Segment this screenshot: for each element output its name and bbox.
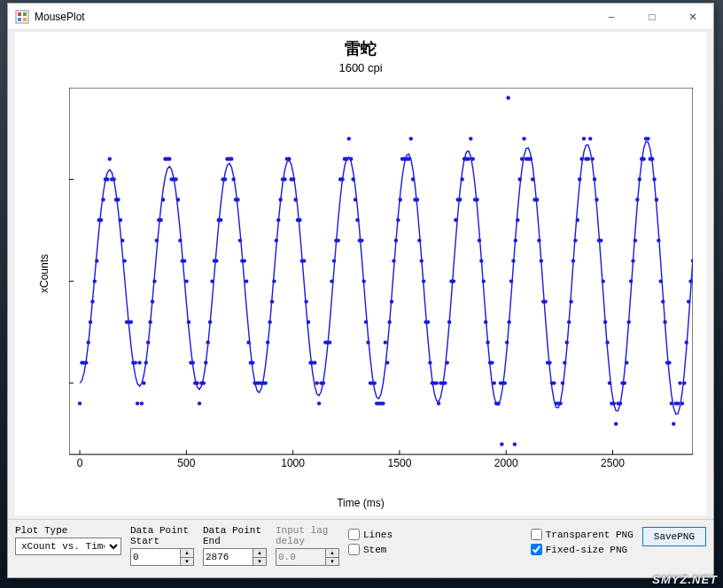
svg-point-118 — [278, 197, 282, 201]
svg-point-268 — [599, 238, 602, 242]
svg-point-135 — [315, 381, 318, 384]
svg-point-174 — [399, 197, 402, 201]
svg-point-277 — [618, 401, 622, 405]
svg-point-156 — [360, 238, 363, 242]
svg-point-312 — [500, 442, 503, 445]
svg-point-149 — [345, 157, 348, 160]
plot-type-label: Plot Type — [15, 525, 121, 536]
svg-point-260 — [582, 136, 586, 140]
close-button[interactable]: ✕ — [672, 4, 713, 30]
svg-point-239 — [537, 238, 540, 242]
svg-point-292 — [650, 157, 654, 160]
svg-point-99 — [238, 238, 242, 242]
svg-point-57 — [148, 320, 152, 323]
lines-checkbox[interactable]: Lines — [348, 529, 393, 540]
svg-point-138 — [322, 381, 325, 384]
svg-point-75 — [187, 320, 190, 323]
svg-point-117 — [276, 218, 280, 221]
svg-point-262 — [587, 157, 590, 160]
svg-point-172 — [394, 238, 398, 242]
plot-area[interactable]: 05001000150020002500-505 — [69, 88, 693, 470]
minimize-button[interactable]: – — [591, 4, 632, 30]
svg-point-295 — [657, 238, 660, 242]
plot-type-select[interactable]: xCount vs. Time — [15, 538, 121, 555]
svg-point-34 — [99, 218, 103, 221]
svg-point-224 — [505, 340, 509, 344]
fixed-png-checkbox[interactable]: Fixed-size PNG — [531, 544, 634, 555]
svg-point-229 — [516, 218, 519, 221]
titlebar[interactable]: MousePlot – □ ✕ — [8, 4, 713, 30]
svg-point-62 — [159, 218, 162, 221]
svg-point-42 — [116, 197, 120, 201]
svg-point-37 — [105, 177, 109, 181]
svg-point-294 — [655, 197, 658, 201]
x-axis-label: Time (ms) — [337, 497, 385, 509]
svg-point-310 — [688, 279, 692, 282]
svg-point-227 — [511, 259, 515, 262]
svg-point-130 — [304, 299, 307, 303]
window-title: MousePlot — [35, 11, 85, 23]
svg-point-51 — [136, 401, 139, 405]
svg-point-60 — [155, 238, 159, 242]
svg-point-32 — [95, 259, 98, 262]
svg-point-301 — [670, 401, 673, 405]
svg-point-54 — [142, 381, 145, 384]
data-end-label: Data Point End — [203, 525, 267, 546]
svg-point-143 — [332, 259, 336, 262]
svg-point-254 — [569, 299, 572, 303]
svg-point-210 — [475, 197, 478, 201]
svg-point-270 — [603, 320, 607, 323]
app-window: MousePlot – □ ✕ 雷蛇 1600 cpi xCounts Time… — [7, 3, 714, 578]
input-lag-input — [276, 548, 325, 566]
svg-point-217 — [490, 360, 494, 364]
app-icon — [15, 10, 29, 24]
svg-point-214 — [484, 320, 487, 323]
chart-panel: 雷蛇 1600 cpi xCounts Time (ms) 0500100015… — [15, 32, 706, 515]
svg-point-197 — [447, 320, 451, 323]
svg-point-306 — [680, 401, 684, 405]
chart-title: 雷蛇 — [16, 38, 705, 59]
svg-point-115 — [272, 279, 276, 282]
svg-point-79 — [195, 381, 198, 384]
svg-point-256 — [573, 238, 577, 242]
svg-rect-2 — [23, 12, 27, 16]
svg-point-105 — [251, 360, 254, 364]
svg-point-305 — [678, 381, 681, 384]
data-start-input[interactable] — [130, 548, 180, 566]
data-start-spinner[interactable]: ▲▼ — [180, 548, 194, 566]
svg-point-252 — [565, 340, 569, 344]
svg-rect-1 — [18, 12, 21, 16]
svg-point-311 — [691, 259, 693, 262]
svg-point-244 — [548, 360, 551, 364]
svg-point-129 — [302, 259, 306, 262]
svg-point-159 — [366, 340, 369, 344]
svg-point-266 — [595, 197, 598, 201]
svg-point-113 — [268, 320, 271, 323]
svg-text:2000: 2000 — [494, 457, 518, 469]
svg-point-56 — [146, 340, 150, 344]
stem-checkbox[interactable]: Stem — [348, 544, 393, 555]
svg-point-285 — [635, 197, 639, 201]
save-png-button[interactable]: SavePNG — [642, 527, 706, 546]
svg-point-44 — [120, 238, 124, 242]
svg-point-208 — [470, 157, 474, 160]
svg-point-302 — [672, 422, 675, 426]
data-end-input[interactable] — [203, 548, 253, 566]
svg-point-125 — [293, 197, 297, 201]
svg-point-188 — [428, 360, 431, 364]
svg-point-145 — [337, 238, 340, 242]
svg-point-31 — [93, 279, 97, 282]
data-end-spinner[interactable]: ▲▼ — [253, 548, 267, 566]
svg-point-275 — [614, 422, 618, 426]
maximize-button[interactable]: □ — [632, 4, 672, 30]
svg-point-182 — [416, 197, 419, 201]
svg-point-124 — [292, 177, 295, 181]
svg-point-92 — [223, 177, 227, 181]
svg-point-269 — [602, 279, 605, 282]
svg-point-170 — [390, 299, 393, 303]
transparent-png-checkbox[interactable]: Transparent PNG — [531, 529, 634, 540]
svg-point-58 — [151, 299, 154, 303]
svg-point-111 — [264, 381, 268, 384]
svg-point-307 — [682, 381, 686, 384]
svg-point-136 — [317, 401, 321, 405]
